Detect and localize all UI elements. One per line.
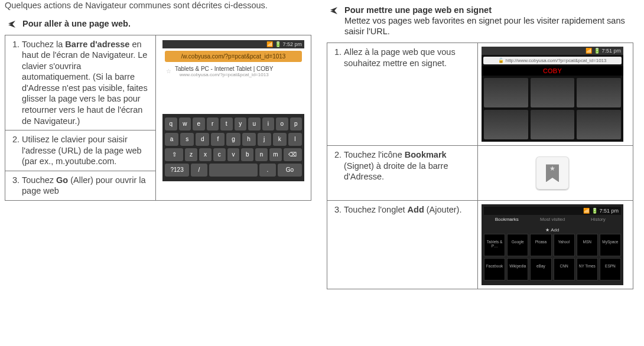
- bookmark-button[interactable]: [536, 156, 569, 190]
- key[interactable]: c: [213, 148, 226, 161]
- bookmark-tile[interactable]: MySpace: [600, 234, 621, 256]
- bookmark-tile[interactable]: Picasa: [530, 234, 551, 256]
- key[interactable]: m: [269, 148, 282, 161]
- key[interactable]: g: [226, 133, 240, 146]
- key[interactable]: r: [207, 117, 219, 130]
- bookmark-tile[interactable]: Yahoo!: [554, 234, 575, 256]
- status-time: 7:52 pm: [282, 41, 302, 47]
- key-slash[interactable]: /: [191, 164, 207, 177]
- key[interactable]: z: [185, 148, 197, 161]
- add-bookmark[interactable]: ★ Add: [484, 226, 621, 234]
- product-tile[interactable]: [531, 110, 575, 139]
- coby-page-mock: 📶 🔋 7:51 pm 🔓 http://www.cobyusa.com/?p=…: [482, 47, 623, 142]
- r-step-3-lead: Touchez l'onglet: [344, 205, 408, 214]
- table-row: Touchez l'icône Bookmark (Signet) à droi…: [327, 146, 633, 201]
- key[interactable]: a: [165, 133, 178, 146]
- r-step-2: Touchez l'icône Bookmark (Signet) à droi…: [344, 149, 474, 182]
- key-space[interactable]: [209, 164, 258, 177]
- suggestion-row[interactable]: ☆ Tablets & PC - Internet Tablet | COBY …: [162, 64, 304, 79]
- key-backspace[interactable]: ⌫: [284, 148, 302, 161]
- key[interactable]: x: [199, 148, 212, 161]
- address-url: http://www.cobyusa.com/?p=pcat&pcat_id=1…: [506, 58, 607, 63]
- bookmark-icon-example: [482, 149, 623, 197]
- key-dot[interactable]: .: [259, 164, 276, 177]
- product-tile[interactable]: [484, 78, 528, 107]
- key[interactable]: e: [193, 117, 205, 130]
- step-1: Touchez la Barre d'adresse en haut de l'…: [22, 39, 152, 126]
- key[interactable]: q: [165, 117, 177, 130]
- key[interactable]: b: [241, 148, 253, 161]
- key[interactable]: f: [211, 133, 225, 146]
- bullet-icon: [8, 21, 15, 28]
- key[interactable]: d: [196, 133, 209, 146]
- r-step-3: Touchez l'onglet Add (Ajouter).: [344, 204, 474, 216]
- r-step-1: Allez à la page web que vous souhaitez m…: [344, 47, 474, 68]
- section-2-title: Pour mettre une page web en signet: [344, 5, 492, 15]
- bookmark-tile[interactable]: Facebook: [484, 258, 505, 280]
- key-sym[interactable]: ?123: [165, 164, 189, 177]
- suggestion-title: Tablets & PC - Internet Tablet | COBY: [175, 66, 273, 72]
- section-2-subtitle: Mettez vos pages web favorites en signet…: [344, 16, 625, 36]
- tab-bookmarks[interactable]: Bookmarks: [484, 215, 529, 224]
- section-1-heading: Pour aller à une page web.: [5, 18, 311, 29]
- section-2-heading: Pour mettre une page web en signet Mette…: [327, 5, 633, 37]
- r-step-3-tail: (Ajouter).: [424, 205, 462, 214]
- r-step-2-lead: Touchez l'icône: [344, 150, 405, 159]
- key[interactable]: y: [235, 117, 247, 130]
- product-tile[interactable]: [577, 110, 621, 139]
- step-3: Touchez Go (Aller) pour ouvrir la page w…: [22, 175, 152, 197]
- bookmark-tile[interactable]: eBay: [530, 258, 551, 280]
- steps-table-left: Touchez la Barre d'adresse en haut de l'…: [5, 35, 311, 201]
- key[interactable]: w: [179, 117, 191, 130]
- status-bar: 📶 🔋 7:52 pm: [162, 40, 304, 48]
- step-2: Utilisez le clavier pour saisir l'adress…: [22, 134, 152, 167]
- status-time: 7:51 pm: [599, 208, 619, 214]
- bookmarks-grid-mock: 📶 🔋 7:51 pm Bookmarks Most visited Histo…: [482, 204, 623, 285]
- bookmark-tile[interactable]: Wikipedia: [507, 258, 528, 280]
- key-shift[interactable]: ⇧: [165, 148, 183, 161]
- key[interactable]: i: [262, 117, 275, 130]
- bookmark-tile[interactable]: MSN: [577, 234, 598, 256]
- key[interactable]: l: [288, 133, 302, 146]
- key[interactable]: k: [273, 133, 287, 146]
- step-1-lead: Touchez la: [22, 40, 65, 49]
- status-time: 7:51 pm: [601, 48, 621, 54]
- key[interactable]: t: [220, 117, 233, 130]
- step-3-lead: Touchez: [22, 175, 56, 185]
- product-tile[interactable]: [531, 78, 575, 107]
- tab-most-visited[interactable]: Most visited: [529, 215, 575, 224]
- product-tile[interactable]: [577, 78, 621, 107]
- key-go[interactable]: Go: [278, 164, 302, 177]
- key[interactable]: s: [180, 133, 194, 146]
- key[interactable]: p: [290, 117, 303, 130]
- suggestion-url: www.cobyusa.com/?p=pcat&pcat_id=1013: [175, 72, 273, 77]
- step-1-bold: Barre d'adresse: [65, 40, 129, 49]
- bullet-icon: [330, 7, 337, 14]
- brand-label: COBY: [482, 66, 623, 76]
- bookmark-tile[interactable]: Tablets & P…: [484, 234, 505, 256]
- bookmark-tile[interactable]: CNN: [554, 258, 575, 280]
- bookmark-tile[interactable]: NY Times: [577, 258, 598, 280]
- bookmark-icon: [546, 164, 559, 182]
- r-step-2-bold: Bookmark: [405, 150, 447, 159]
- key[interactable]: u: [248, 117, 261, 130]
- table-row: Touchez la Barre d'adresse en haut de l'…: [5, 35, 311, 130]
- intro-text: Quelques actions de Navigateur communes …: [5, 0, 311, 11]
- on-screen-keyboard[interactable]: q w e r t y u i o p: [162, 114, 304, 181]
- status-bar: 📶 🔋 7:51 pm: [482, 47, 623, 55]
- address-bar[interactable]: 🔓 http://www.cobyusa.com/?p=pcat&pcat_id…: [483, 57, 622, 64]
- browser-keyboard-mock: 📶 🔋 7:52 pm /w.cobyusa.com/?p=pcat&pcat_…: [162, 40, 304, 181]
- key[interactable]: j: [258, 133, 271, 146]
- bookmark-tile[interactable]: Google: [507, 234, 528, 256]
- status-bar: 📶 🔋 7:51 pm: [484, 207, 621, 215]
- key[interactable]: n: [255, 148, 268, 161]
- star-icon: ☆: [166, 68, 171, 74]
- key[interactable]: o: [276, 117, 288, 130]
- key[interactable]: v: [227, 148, 240, 161]
- address-bar[interactable]: /w.cobyusa.com/?p=pcat&pcat_id=1013: [165, 51, 302, 62]
- section-1-title: Pour aller à une page web.: [22, 18, 131, 29]
- product-tile[interactable]: [484, 110, 528, 139]
- tab-history[interactable]: History: [575, 215, 621, 224]
- key[interactable]: h: [242, 133, 256, 146]
- bookmark-tile[interactable]: ESPN: [600, 258, 621, 280]
